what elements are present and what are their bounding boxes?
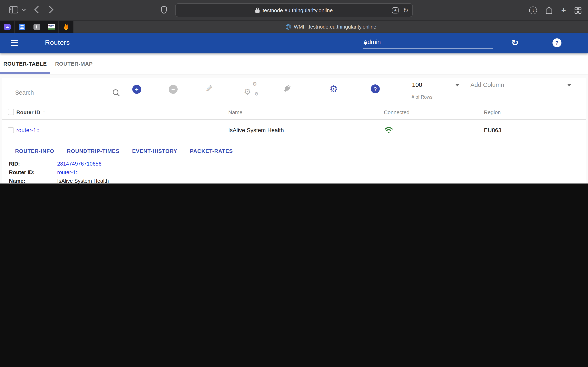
field-router-id: Router ID:router-1:: [9, 168, 145, 176]
sort-asc-icon: ↑ [43, 109, 45, 115]
router-info-fields: RID:281474976710656 Router ID:router-1::… [9, 159, 145, 184]
chevron-down-icon [363, 43, 367, 45]
router-card: + − ✎ ⚙ ⚙ ⚙ ⚙ ? 100 # of Rows Add Column [2, 78, 586, 184]
privacy-shield-icon[interactable] [161, 6, 167, 14]
row-checkbox[interactable] [8, 127, 14, 133]
chevron-down-icon [455, 84, 459, 86]
reload-icon[interactable]: ↻ [403, 7, 408, 13]
header-help-button[interactable]: ? [553, 38, 562, 47]
document-lines-icon [18, 24, 25, 30]
col-connected[interactable]: Connected [384, 109, 410, 115]
table-header: Router ID↑ Name Connected Region [2, 105, 586, 120]
usda-icon: USDA [48, 24, 54, 30]
field-name: Name:IsAlive System Health [9, 176, 145, 184]
router-id-link[interactable]: router-1:: [16, 127, 40, 133]
settings-gear-icon[interactable]: ⚙ [328, 83, 339, 95]
plug-icon[interactable] [282, 83, 292, 93]
chevron-down-icon [567, 84, 571, 86]
bulk-settings-icon[interactable]: ⚙ ⚙ ⚙ [244, 82, 259, 96]
tab-router-map[interactable]: ROUTER-MAP [55, 53, 93, 74]
tab-router-table[interactable]: ROUTER-TABLE [0, 53, 50, 74]
add-router-button[interactable]: + [132, 85, 141, 94]
tab-overview-icon[interactable] [575, 7, 581, 14]
rows-select[interactable]: 100 [412, 79, 461, 91]
lock-icon [255, 7, 260, 13]
pinned-tabs: ☁ USDA [0, 21, 73, 33]
router-name: IsAlive System Health [228, 127, 284, 133]
address-bar[interactable]: testnode.eu.thingularity.online A ↻ [175, 3, 413, 17]
remove-router-button[interactable]: − [169, 85, 178, 94]
pinned-tab-icloud[interactable]: ☁ [0, 21, 15, 33]
flame-icon [63, 23, 69, 30]
tab-roundtrip-times[interactable]: ROUNDTRIP-TIMES [67, 148, 120, 154]
active-tab-title: WMIF:testnode.eu.thingularity.online [294, 24, 376, 30]
router-region: EU863 [484, 127, 502, 133]
connected-wifi-icon [384, 126, 393, 134]
new-tab-icon[interactable]: + [561, 6, 566, 14]
search-icon [112, 89, 120, 97]
tab-packet-rates[interactable]: PACKET-RATES [190, 148, 233, 154]
edit-icon[interactable]: ✎ [204, 83, 214, 95]
col-region[interactable]: Region [484, 109, 501, 115]
active-browser-tab[interactable]: WMIF:testnode.eu.thingularity.online [73, 21, 588, 33]
translate-icon[interactable]: A [392, 7, 399, 13]
globe-favicon [285, 24, 291, 30]
col-router-id[interactable]: Router ID↑ [16, 109, 45, 115]
refresh-button[interactable]: ↻ [510, 38, 520, 48]
router-id-link[interactable]: router-1:: [57, 168, 79, 176]
field-rid: RID:281474976710656 [9, 159, 145, 168]
sidebar-chevron-down-icon[interactable] [22, 8, 26, 11]
search-field[interactable] [14, 83, 120, 99]
forward-icon[interactable] [49, 6, 53, 13]
page-title: Routers [45, 39, 70, 47]
pinned-tab-capsule[interactable] [29, 21, 44, 33]
user-select[interactable]: Admin [363, 35, 493, 49]
toolbar-help-button[interactable]: ? [371, 84, 380, 93]
select-all-checkbox[interactable] [8, 109, 14, 115]
cloud-icon: ☁ [4, 24, 10, 30]
browser-tab-bar: ☁ USDA [0, 20, 588, 33]
tab-router-info[interactable]: ROUTER-INFO [15, 148, 54, 154]
search-input[interactable] [14, 89, 106, 96]
pinned-tab-usda[interactable]: USDA [44, 21, 59, 33]
tab-event-history[interactable]: EVENT-HISTORY [132, 148, 177, 154]
rid-link[interactable]: 281474976710656 [57, 159, 102, 168]
menu-icon[interactable] [11, 40, 18, 47]
browser-toolbar: testnode.eu.thingularity.online A ↻ ↓ + [0, 0, 588, 20]
content: + − ✎ ⚙ ⚙ ⚙ ⚙ ? 100 # of Rows Add Column [0, 78, 588, 184]
pinned-tab-firebase[interactable] [59, 21, 73, 33]
screen: testnode.eu.thingularity.online A ↻ ↓ + [0, 0, 588, 184]
downloads-icon[interactable]: ↓ [529, 6, 537, 14]
back-icon[interactable] [34, 6, 39, 13]
url-text: testnode.eu.thingularity.online [263, 7, 333, 13]
rows-caption: # of Rows [412, 95, 432, 100]
active-tab-underline [0, 72, 50, 74]
table-row[interactable]: router-1:: IsAlive System Health EU863 [2, 120, 586, 140]
detail-tabs: ROUTER-INFO ROUNDTRIP-TIMES EVENT-HISTOR… [15, 145, 233, 157]
add-column-select[interactable]: Add Column [470, 79, 573, 91]
sidebar-toggle-icon[interactable] [9, 6, 18, 13]
capsule-icon [33, 24, 40, 30]
pinned-tab-docs[interactable] [15, 21, 29, 33]
page-tabs: ROUTER-TABLE ROUTER-MAP [0, 53, 588, 74]
share-icon[interactable] [546, 6, 553, 14]
col-name[interactable]: Name [228, 109, 242, 115]
app-header: Routers Admin ↻ ? [0, 33, 588, 53]
